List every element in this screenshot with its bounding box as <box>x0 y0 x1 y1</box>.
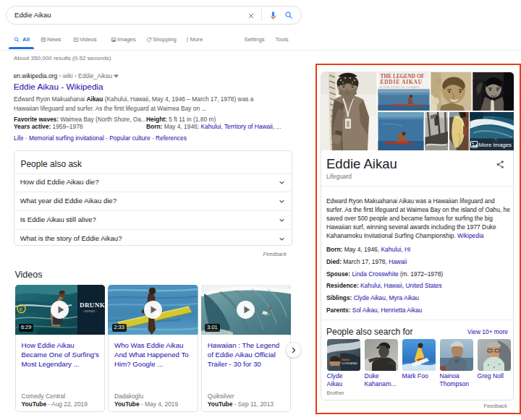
svg-text:Eddie: Eddie <box>342 358 350 361</box>
svg-text:CLYDE AIKAU: CLYDE AIKAU <box>342 362 358 365</box>
svg-text:c: c <box>19 306 22 312</box>
svg-text:A TRUE STORY OF COURAGE: A TRUE STORY OF COURAGE <box>380 85 420 88</box>
svg-text:More images: More images <box>478 142 512 148</box>
svg-text:EDDIE AIKAU: EDDIE AIKAU <box>380 79 422 85</box>
svg-text:DRUNK: DRUNK <box>80 301 106 309</box>
svg-text:~ HISTORY ~: ~ HISTORY ~ <box>82 310 97 313</box>
